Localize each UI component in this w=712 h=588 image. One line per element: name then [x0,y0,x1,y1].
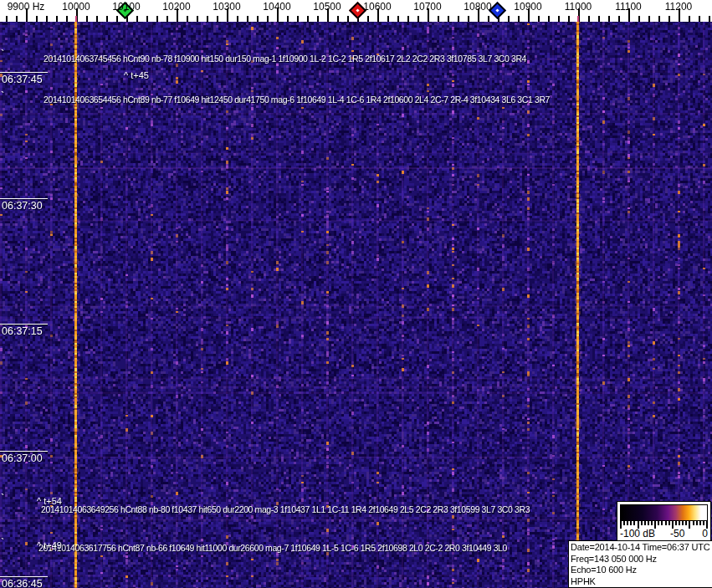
freq-axis-label: 11000 [565,1,592,13]
colorbar-tick [703,521,704,525]
time-offset-label: ^ t+45 [124,70,149,80]
freq-minor-tick [538,16,540,22]
freq-minor-tick [387,16,389,22]
freq-axis-label: 10300 [213,1,240,13]
freq-minor-tick [287,16,289,22]
freq-minor-tick [699,16,700,22]
freq-minor-tick [588,16,590,22]
freq-minor-tick [518,16,520,22]
colorbar-gradient [620,504,708,521]
colorbar-tick [641,521,643,525]
freq-minor-tick [66,16,68,22]
freq-minor-tick [237,16,238,22]
freq-minor-tick [317,16,319,22]
info-frequency: Freq=143 050 000 Hz [571,554,711,565]
freq-minor-tick [247,16,248,22]
colorbar-label-mid: -50 [670,528,684,539]
colorbar-tick [675,521,677,525]
event-edge-mark: ` [1,536,4,549]
colorbar-label-max: 0 [702,528,708,539]
freq-minor-tick [166,16,168,22]
freq-minor-tick [508,16,510,22]
freq-minor-tick [297,16,299,22]
colorbar-tick [679,521,680,525]
colorbar-tick [693,521,694,525]
freq-axis-label: 10500 [313,1,341,13]
freq-minor-tick [668,16,670,22]
carrier-bleed-mark [75,16,77,22]
freq-axis-label: 11100 [615,1,642,13]
detection-text-line: 20141014063745456 hCnt90 nb-78 f10900 hi… [44,54,526,64]
time-label: 06:37:15 [2,325,43,337]
freq-axis-label: 11200 [665,1,692,13]
freq-minor-tick [86,16,88,22]
freq-minor-tick [548,16,550,22]
colorbar-tick [682,521,684,525]
freq-minor-tick [347,16,349,22]
freq-axis-label: 10900 [514,1,541,13]
colorbar-tick [633,521,635,525]
time-tick-line [0,324,48,325]
colorbar-tick [644,521,646,525]
freq-minor-tick [558,16,560,22]
red-marker-diamond-center [356,8,359,12]
colorbar-tick [665,521,667,525]
freq-minor-tick [267,16,269,22]
freq-minor-tick [197,16,198,22]
freq-minor-tick [638,16,640,22]
freq-minor-tick [488,16,489,22]
freq-minor-tick [116,16,118,22]
freq-minor-tick [16,16,18,22]
freq-minor-tick [257,16,259,22]
detection-text-line: 20141014063654456 hCnt89 nb-77 f10649 hi… [44,95,550,105]
blue-marker-diamond-center [495,8,499,12]
freq-minor-tick [468,16,469,22]
freq-minor-tick [458,16,459,22]
freq-axis-label: 10100 [112,1,140,13]
time-offset-label: ^ t+49 [37,540,62,550]
time-label: 06:37:00 [2,453,43,464]
colorbar-label-min: -100 dB [620,528,655,539]
time-tick-line [0,451,48,452]
freq-minor-tick [648,16,650,22]
freq-minor-tick [367,16,369,22]
colorbar-tick [661,521,663,525]
freq-minor-tick [438,16,439,22]
freq-minor-tick [709,16,710,22]
freq-minor-tick [207,16,208,22]
spectrogram-app-window: 9900 Hz100001010010200103001040010500106… [0,0,712,588]
freq-minor-tick [6,16,8,22]
event-edge-mark: ` [1,89,4,102]
time-tick-line [0,198,48,199]
info-echo: Echo=10 600 Hz [571,565,711,576]
event-edge-mark: ` [1,492,4,504]
freq-minor-tick [598,16,600,22]
time-label: 06:37:30 [2,200,43,212]
colorbar-tick [696,521,698,525]
freq-minor-tick [217,16,218,22]
colorbar-tick [689,521,690,529]
colorbar-tick [623,521,625,525]
freq-axis-label: 10600 [363,1,391,13]
info-date-time: Date=2014-10-14 Time=06:37 UTC [571,542,711,554]
info-station: HPHK [571,576,711,588]
freq-minor-tick [568,16,570,22]
time-label: 06:37:45 [2,74,43,85]
freq-minor-tick [156,16,158,22]
freq-minor-tick [56,16,58,22]
detection-text-line: 20141014063617756 hCnt87 nb-66 f10649 hi… [38,543,507,553]
colorbar-tick [668,521,670,525]
freq-minor-tick [36,16,38,22]
frequency-axis-ruler: 9900 Hz100001010010200103001040010500106… [0,0,712,22]
freq-minor-tick [417,16,419,22]
freq-axis-label: 10400 [263,1,290,13]
event-edge-mark: ` [1,48,4,60]
spectrogram-waterfall-canvas[interactable] [0,0,712,588]
time-label: 06:36:45 [2,578,43,588]
freq-minor-tick [187,16,188,22]
colorbar-tick [651,521,653,525]
freq-minor-tick [337,16,339,22]
freq-axis-label: 10700 [413,1,441,13]
freq-minor-tick [689,16,690,22]
colorbar-tick [658,521,659,525]
